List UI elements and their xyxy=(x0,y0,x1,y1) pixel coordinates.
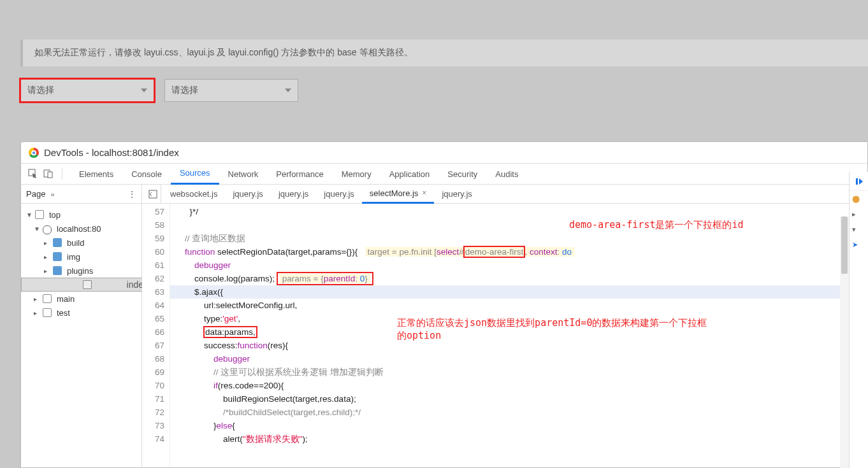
line-number: 61 xyxy=(142,259,164,272)
line-number: 71 xyxy=(142,392,164,406)
devtools-title-text: DevTools - localhost:8081/index xyxy=(44,147,179,158)
disclosure-icon: ▸ xyxy=(34,295,40,302)
devtools-titlebar: DevTools - localhost:8081/index xyxy=(21,142,867,163)
line-number: 58 xyxy=(142,218,164,232)
svg-rect-5 xyxy=(856,178,858,185)
chevron-right-icon[interactable]: » xyxy=(50,190,54,198)
main-tab-memory[interactable]: Memory xyxy=(333,163,380,185)
code-content[interactable]: }*/ // 查询地区数据 function selectRegionData(… xyxy=(170,204,867,467)
file-tab-1[interactable]: jquery.js xyxy=(225,185,270,204)
main-tab-sources[interactable]: Sources xyxy=(171,163,219,185)
code-line[interactable]: if(res.code==200){ xyxy=(175,379,867,392)
tree-item-test[interactable]: ▸test xyxy=(21,306,141,320)
disclosure-icon: ▼ xyxy=(34,225,40,232)
line-number: 60 xyxy=(142,245,164,259)
file-tab-label: websocket.js xyxy=(170,189,217,199)
select-2[interactable]: 请选择 xyxy=(164,79,298,102)
code-line[interactable]: debugger xyxy=(175,259,867,272)
tree-item-localhost:80[interactable]: ▼localhost:80 xyxy=(21,222,141,236)
tree-item-label: top xyxy=(49,210,61,220)
code-line[interactable]: debugger xyxy=(175,352,867,365)
chevron-down-icon xyxy=(141,89,147,92)
main-tab-console[interactable]: Console xyxy=(122,163,171,185)
vertical-scrollbar[interactable] xyxy=(840,216,849,468)
main-tab-network[interactable]: Network xyxy=(219,163,268,185)
tree-item-label: img xyxy=(67,252,80,262)
code-line[interactable]: alert("数据请求失败"); xyxy=(175,432,867,446)
main-tab-elements[interactable]: Elements xyxy=(70,163,122,185)
code-line[interactable]: }else{ xyxy=(175,419,867,432)
line-number: 62 xyxy=(142,272,164,285)
code-line[interactable]: // 这里可以根据系统业务逻辑 增加逻辑判断 xyxy=(175,365,867,379)
file-tabs: websocket.jsjquery.jsjquery.jsjquery.jss… xyxy=(142,185,867,204)
tree-item-label: test xyxy=(57,308,70,318)
folder-outline-icon xyxy=(43,308,52,317)
inspect-icon[interactable] xyxy=(27,168,39,180)
disclosure-icon: ▸ xyxy=(44,267,50,274)
file-tab-0[interactable]: websocket.js xyxy=(163,185,225,204)
select-1-label: 请选择 xyxy=(27,85,54,96)
tree-item-plugins[interactable]: ▸plugins xyxy=(21,264,141,278)
select-2-label: 请选择 xyxy=(171,85,198,96)
line-gutter: 575859606162636465666768697071727374 xyxy=(142,204,170,467)
file-tab-2[interactable]: jquery.js xyxy=(271,185,316,204)
folder-icon xyxy=(53,252,62,261)
svg-rect-2 xyxy=(48,172,52,178)
disclosure-icon: ▸ xyxy=(34,309,40,316)
scope-row[interactable]: ➤ xyxy=(850,237,868,252)
file-tree: ▼top▼localhost:80▸build▸img▸pluginsindex… xyxy=(21,204,141,323)
watch-row[interactable]: ▸ xyxy=(850,206,868,222)
main-tab-application[interactable]: Application xyxy=(380,163,439,185)
main-tab-audits[interactable]: Audits xyxy=(486,163,527,185)
code-area[interactable]: 575859606162636465666768697071727374 }*/… xyxy=(142,204,867,467)
sources-left-pane: Page » ⋮ ▼top▼localhost:80▸build▸img▸plu… xyxy=(21,185,142,467)
code-line[interactable]: type:'get', xyxy=(175,312,867,325)
resume-icon[interactable] xyxy=(850,172,868,191)
line-number: 65 xyxy=(142,312,164,325)
tree-item-top[interactable]: ▼top xyxy=(21,208,141,222)
left-pane-header: Page » ⋮ xyxy=(21,185,141,204)
code-line[interactable]: function selectRegionData(target,params=… xyxy=(175,245,867,259)
file-tab-label: jquery.js xyxy=(324,189,354,199)
scrollbar-thumb[interactable] xyxy=(841,216,848,274)
line-number: 64 xyxy=(142,299,164,312)
code-line[interactable]: data:params, xyxy=(175,325,867,339)
code-line[interactable]: $.ajax({ xyxy=(170,285,867,299)
code-line[interactable] xyxy=(175,218,867,232)
line-number: 57 xyxy=(142,205,164,218)
nav-icon[interactable] xyxy=(145,185,161,203)
code-line[interactable]: /*buildChildSelect(target,res.child);*/ xyxy=(175,406,867,419)
selects-row: 请选择 请选择 xyxy=(20,79,868,102)
device-icon[interactable] xyxy=(43,168,54,180)
tree-item-index[interactable]: index xyxy=(21,278,155,292)
select-1[interactable]: 请选择 xyxy=(20,79,154,102)
file-icon xyxy=(83,280,92,289)
kebab-icon[interactable]: ⋮ xyxy=(127,189,136,199)
file-tab-3[interactable]: jquery.js xyxy=(316,185,361,204)
line-number: 67 xyxy=(142,339,164,352)
close-icon[interactable]: × xyxy=(422,188,426,197)
tree-item-label: localhost:80 xyxy=(57,224,101,234)
code-line[interactable]: // 查询地区数据 xyxy=(175,232,867,245)
tree-item-build[interactable]: ▸build xyxy=(21,236,141,250)
code-line[interactable]: url:selectMoreConfig.url, xyxy=(175,299,867,312)
folder-open-icon xyxy=(53,266,62,275)
disclosure-icon: ▸ xyxy=(44,239,50,246)
line-number: 59 xyxy=(142,232,164,245)
folder-outline-icon xyxy=(35,210,44,219)
main-tab-security[interactable]: Security xyxy=(438,163,486,185)
code-line[interactable]: console.log(params); params = {parentId:… xyxy=(175,272,867,285)
file-tab-4[interactable]: selectMore.js× xyxy=(362,185,435,204)
page-label: Page xyxy=(26,189,45,199)
main-tab-performance[interactable]: Performance xyxy=(267,163,332,185)
code-line[interactable]: success:function(res){ xyxy=(175,339,867,352)
tree-item-img[interactable]: ▸img xyxy=(21,250,141,264)
file-tab-5[interactable]: jquery.js xyxy=(434,185,479,204)
code-line[interactable]: }*/ xyxy=(175,205,867,218)
callstack-row[interactable]: ▾ xyxy=(850,222,868,237)
sources-center-pane: websocket.jsjquery.jsjquery.jsjquery.jss… xyxy=(142,185,867,467)
line-number: 66 xyxy=(142,325,164,339)
tree-item-main[interactable]: ▸main xyxy=(21,292,141,306)
line-number: 74 xyxy=(142,432,164,446)
code-line[interactable]: buildRegionSelect(target,res.data); xyxy=(175,392,867,406)
